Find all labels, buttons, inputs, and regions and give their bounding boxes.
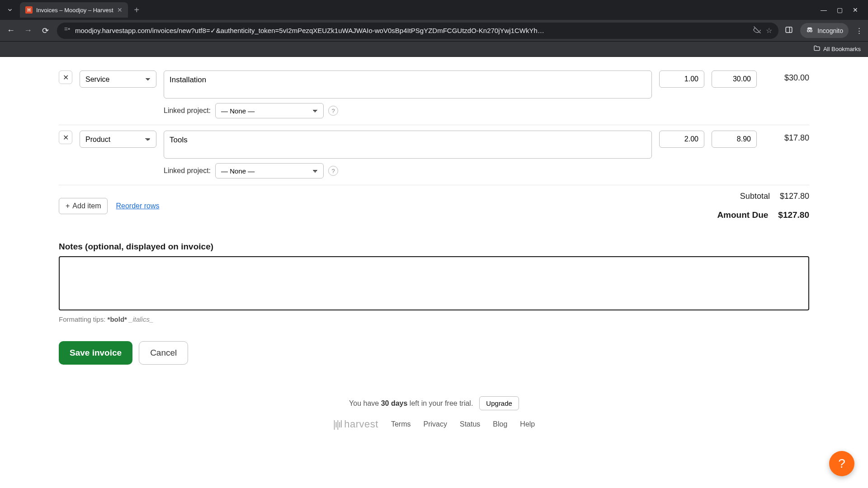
tab-favicon-icon: H	[25, 6, 33, 14]
reload-icon[interactable]: ⟳	[40, 26, 51, 36]
site-info-icon[interactable]	[63, 26, 71, 35]
unit-price-input[interactable]	[712, 131, 757, 148]
help-fab-icon: ?	[838, 456, 845, 471]
kebab-menu-icon[interactable]: ⋮	[856, 27, 863, 35]
line-amount: $30.00	[764, 70, 809, 83]
amount-due-value: $127.80	[778, 210, 809, 220]
remove-line-button[interactable]: ✕	[59, 131, 72, 144]
description-column: Linked project: — None — ?	[164, 131, 652, 178]
description-input[interactable]	[164, 70, 652, 99]
linked-project-select[interactable]: — None —	[215, 103, 324, 118]
reorder-rows-link[interactable]: Reorder rows	[116, 202, 159, 210]
harvest-logo-icon: |ı|ıl	[333, 418, 342, 430]
save-invoice-button[interactable]: Save invoice	[59, 341, 132, 365]
subtotal-row: Subtotal $127.80	[717, 192, 809, 201]
linked-project-label: Linked project:	[164, 107, 211, 115]
quantity-input[interactable]	[659, 70, 704, 88]
tabs-dropdown-icon[interactable]	[4, 4, 16, 16]
line-item: ✕ Service Linked project: — None — ? $30…	[59, 65, 809, 125]
description-column: Linked project: — None — ?	[164, 70, 652, 118]
address-bar[interactable]: moodjoy.harvestapp.com/invoices/new?utf8…	[57, 23, 778, 39]
totals: Subtotal $127.80 Amount Due $127.80	[717, 192, 809, 220]
incognito-chip[interactable]: Incognito	[800, 23, 849, 38]
toolbar-right: Incognito ⋮	[785, 23, 863, 38]
footer-link-privacy[interactable]: Privacy	[424, 420, 447, 428]
svg-point-7	[810, 30, 812, 32]
notes-label: Notes (optional, displayed on invoice)	[59, 242, 809, 252]
notes-textarea[interactable]	[59, 256, 809, 310]
line-amount: $17.80	[764, 131, 809, 143]
incognito-label: Incognito	[817, 27, 843, 34]
eye-off-icon[interactable]	[753, 26, 761, 36]
plus-icon: +	[66, 202, 70, 210]
items-actions-row: + Add item Reorder rows Subtotal $127.80…	[59, 185, 809, 220]
cancel-button[interactable]: Cancel	[139, 341, 188, 365]
star-icon[interactable]: ☆	[766, 26, 772, 35]
browser-chrome: H Invoices – Moodjoy – Harvest ✕ + ― ▢ ✕…	[0, 0, 868, 57]
window-controls: ― ▢ ✕	[821, 6, 864, 14]
item-type-select[interactable]: Service	[80, 70, 156, 88]
upgrade-button[interactable]: Upgrade	[479, 396, 519, 410]
maximize-icon[interactable]: ▢	[837, 6, 843, 14]
page-viewport[interactable]: ✕ Service Linked project: — None — ? $30…	[0, 57, 868, 488]
footer-link-terms[interactable]: Terms	[391, 420, 411, 428]
browser-toolbar: ← → ⟳ moodjoy.harvestapp.com/invoices/ne…	[0, 20, 868, 42]
tab-strip: H Invoices – Moodjoy – Harvest ✕ + ― ▢ ✕	[0, 0, 868, 20]
italics-example: _italics_	[129, 315, 153, 323]
subtotal-value: $127.80	[780, 192, 809, 201]
harvest-logo: |ı|ıl harvest	[333, 418, 378, 430]
form-actions: Save invoice Cancel	[59, 341, 809, 365]
help-icon[interactable]: ?	[328, 106, 338, 116]
formatting-tips: Formatting tips: *bold* _italics_	[59, 315, 809, 323]
amount-due-row: Amount Due $127.80	[717, 210, 809, 220]
description-input[interactable]	[164, 131, 652, 159]
help-fab-button[interactable]: ?	[829, 451, 854, 476]
browser-tab[interactable]: H Invoices – Moodjoy – Harvest ✕	[20, 2, 128, 18]
footer-links: |ı|ıl harvest Terms Privacy Status Blog …	[333, 418, 535, 430]
svg-rect-4	[786, 27, 792, 33]
forward-icon[interactable]: →	[23, 26, 33, 35]
notes-section: Notes (optional, displayed on invoice) F…	[59, 242, 809, 323]
trial-row: You have 30 days left in your free trial…	[349, 396, 519, 410]
page-footer: You have 30 days left in your free trial…	[59, 396, 809, 430]
back-icon[interactable]: ←	[5, 26, 16, 35]
all-bookmarks-link[interactable]: All Bookmarks	[823, 46, 861, 52]
footer-link-help[interactable]: Help	[520, 420, 535, 428]
linked-project-row: Linked project: — None — ?	[164, 163, 652, 178]
linked-project-label: Linked project:	[164, 167, 211, 175]
tab-close-icon[interactable]: ✕	[117, 6, 123, 14]
linked-project-select[interactable]: — None —	[215, 163, 324, 178]
subtotal-label: Subtotal	[740, 192, 770, 201]
close-window-icon[interactable]: ✕	[853, 6, 858, 14]
trial-text: You have 30 days left in your free trial…	[349, 399, 473, 408]
svg-point-6	[807, 30, 810, 32]
sidepanel-icon[interactable]	[785, 26, 793, 35]
footer-link-status[interactable]: Status	[460, 420, 480, 428]
unit-price-input[interactable]	[712, 70, 757, 88]
minimize-icon[interactable]: ―	[821, 6, 827, 14]
tab-title: Invoices – Moodjoy – Harvest	[36, 7, 113, 14]
incognito-icon	[806, 26, 814, 35]
url-text: moodjoy.harvestapp.com/invoices/new?utf8…	[75, 27, 749, 35]
quantity-input[interactable]	[659, 131, 704, 148]
folder-icon	[813, 45, 821, 53]
help-icon[interactable]: ?	[328, 166, 338, 176]
item-type-select[interactable]: Product	[80, 131, 156, 148]
bold-example: *bold*	[108, 315, 127, 323]
footer-link-blog[interactable]: Blog	[493, 420, 507, 428]
add-item-button[interactable]: + Add item	[59, 198, 108, 214]
invoice-form: ✕ Service Linked project: — None — ? $30…	[59, 57, 809, 448]
new-tab-icon[interactable]: +	[132, 5, 142, 15]
bookmarks-bar: All Bookmarks	[0, 42, 868, 57]
add-item-label: Add item	[72, 202, 101, 210]
formatting-prefix: Formatting tips:	[59, 315, 108, 323]
remove-line-button[interactable]: ✕	[59, 70, 72, 84]
linked-project-row: Linked project: — None — ?	[164, 103, 652, 118]
amount-due-label: Amount Due	[717, 210, 768, 220]
line-item: ✕ Product Linked project: — None — ? $17…	[59, 125, 809, 185]
svg-point-2	[68, 28, 70, 30]
